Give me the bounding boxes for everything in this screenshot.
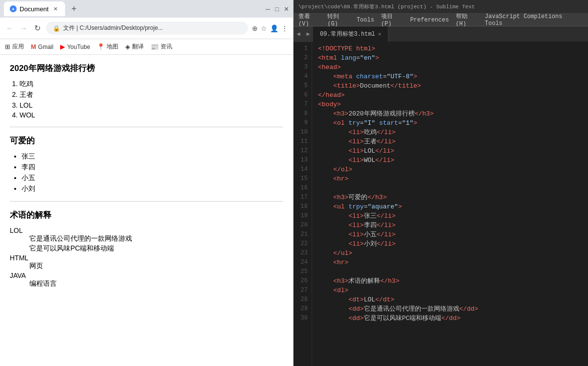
code-area[interactable]: <!DOCTYPE html> <html lang="en"> <head> … bbox=[312, 42, 588, 366]
menu-project[interactable]: 项目(P) bbox=[381, 12, 403, 27]
code-line bbox=[318, 183, 588, 193]
tab-favicon: ● bbox=[10, 5, 17, 12]
bookmark-apps[interactable]: ⊞ 应用 bbox=[5, 43, 24, 51]
editor-tab-label: 09.常用标签3.html bbox=[320, 30, 375, 38]
list-item: 王者 bbox=[20, 91, 283, 99]
code-line: <li>张三</li> bbox=[318, 211, 588, 221]
bookmark-apps-label: 应用 bbox=[12, 43, 24, 51]
menu-dots-icon[interactable]: ⋮ bbox=[281, 24, 288, 32]
address-input[interactable]: 🔒 文件 | C:/Users/admin/Desktop/proje... bbox=[46, 22, 248, 35]
bookmark-maps-label: 地图 bbox=[107, 43, 118, 51]
address-text: 文件 | C:/Users/admin/Desktop/proje... bbox=[63, 24, 241, 32]
code-line bbox=[318, 267, 588, 276]
maps-icon: 📍 bbox=[97, 43, 105, 50]
active-tab[interactable]: ● Document ✕ bbox=[4, 1, 65, 16]
news-icon: 📰 bbox=[151, 43, 158, 50]
profile-icon[interactable]: 👤 bbox=[270, 24, 278, 32]
ordered-list: 吃鸡 王者 LOL WOL bbox=[20, 80, 283, 119]
dl-term-html: HTML bbox=[10, 254, 283, 262]
menu-js-completions[interactable]: JavaScript Completions Tools bbox=[485, 13, 583, 27]
bookmark-maps[interactable]: 📍 地图 bbox=[97, 43, 118, 51]
editor-titlebar: \project\code\09.常用标签3.html (project) - … bbox=[294, 0, 588, 14]
bookmark-translate[interactable]: ◈ 翻译 bbox=[125, 43, 144, 51]
code-line: <dl> bbox=[318, 286, 588, 295]
code-line: <li>小刘</li> bbox=[318, 239, 588, 249]
editor-tab-close[interactable]: ✕ bbox=[378, 31, 382, 37]
menu-preferences[interactable]: Preferences bbox=[410, 17, 449, 23]
editor-prev-tab[interactable]: ◀ bbox=[294, 26, 303, 42]
editor-active-tab[interactable]: 09.常用标签3.html ✕ bbox=[313, 26, 388, 42]
code-line: <h3>2020年网络游戏排行榜</h3> bbox=[318, 109, 588, 118]
dl-desc-java: 编程语言 bbox=[29, 279, 283, 288]
maximize-button[interactable]: □ bbox=[275, 5, 279, 13]
gmail-icon: M bbox=[31, 43, 36, 50]
bookmark-youtube-label: YouTube bbox=[67, 44, 90, 50]
code-line: <ol try="I" start="1"> bbox=[318, 118, 588, 128]
editor-menu: 查看(V) 转到(G) Tools 项目(P) Preferences 帮助(H… bbox=[294, 14, 588, 26]
reload-button[interactable]: ↻ bbox=[32, 23, 42, 33]
code-line: <li>WOL</li> bbox=[318, 156, 588, 165]
code-line: <body> bbox=[318, 100, 588, 109]
code-line: <h3>可爱的</h3> bbox=[318, 193, 588, 202]
editor-panel: \project\code\09.常用标签3.html (project) - … bbox=[294, 0, 588, 366]
apps-icon: ⊞ bbox=[5, 43, 10, 50]
code-line: </ul> bbox=[318, 249, 588, 258]
code-line: <head> bbox=[318, 63, 588, 72]
list-item: 张三 bbox=[22, 152, 283, 161]
code-line: <!DOCTYPE html> bbox=[318, 44, 588, 53]
code-line: <meta charset="UTF-8"> bbox=[318, 72, 588, 81]
close-button[interactable]: ✕ bbox=[284, 5, 289, 13]
horizontal-rule-1 bbox=[10, 127, 283, 127]
dl-desc-html: 网页 bbox=[29, 262, 283, 271]
address-icons: ⊕ ☆ 👤 ⋮ bbox=[252, 24, 288, 32]
code-line: <li>吃鸡</li> bbox=[318, 128, 588, 137]
section-title-2: 可爱的 bbox=[10, 135, 283, 146]
dl-desc-lol-1: 它是通讯公司代理的一款网络游戏 bbox=[29, 234, 283, 243]
line-numbers: 12345 678910 1112131415 1617181920 21222… bbox=[294, 42, 312, 366]
bookmark-news-label: 资讯 bbox=[160, 43, 172, 51]
code-line: <li>LOL</li> bbox=[318, 146, 588, 156]
new-tab-button[interactable]: + bbox=[67, 2, 81, 16]
code-line: <dd>它是通讯公司代理的一款网络游戏</dd> bbox=[318, 304, 588, 314]
dl-desc-lol-2: 它是可以风味PC端和移动端 bbox=[29, 244, 283, 253]
back-button[interactable]: ← bbox=[5, 24, 15, 33]
code-line: <hr> bbox=[318, 258, 588, 267]
code-line: <li>王者</li> bbox=[318, 137, 588, 146]
section-title-3: 术语的解释 bbox=[10, 209, 283, 221]
list-item: 李四 bbox=[22, 163, 283, 172]
translate-icon[interactable]: ⊕ bbox=[252, 24, 258, 32]
tab-close-btn[interactable]: ✕ bbox=[51, 5, 59, 13]
address-bar: ← → ↻ 🔒 文件 | C:/Users/admin/Desktop/proj… bbox=[0, 18, 293, 39]
list-item: 吃鸡 bbox=[20, 80, 283, 89]
browser-content: 2020年网络游戏排行榜 吃鸡 王者 LOL WOL 可爱的 张三 李四 小五 … bbox=[0, 55, 293, 366]
minimize-button[interactable]: ─ bbox=[266, 5, 270, 13]
editor-body: 12345 678910 1112131415 1617181920 21222… bbox=[294, 42, 588, 366]
menu-tools[interactable]: Tools bbox=[357, 17, 374, 23]
editor-next-tab[interactable]: ▶ bbox=[303, 26, 313, 42]
translate-bm-icon: ◈ bbox=[125, 43, 130, 50]
editor-tab-bar: ◀ ▶ 09.常用标签3.html ✕ bbox=[294, 26, 588, 42]
code-line: <dd>它是可以风味PC端和移动端</dd> bbox=[318, 314, 588, 323]
code-line: </ol> bbox=[318, 165, 588, 174]
horizontal-rule-2 bbox=[10, 201, 283, 202]
list-item: 小五 bbox=[22, 174, 283, 183]
section-title-1: 2020年网络游戏排行榜 bbox=[10, 63, 283, 74]
menu-goto[interactable]: 转到(G) bbox=[327, 12, 349, 27]
bookmark-news[interactable]: 📰 资讯 bbox=[151, 43, 172, 51]
bookmark-star-icon[interactable]: ☆ bbox=[261, 24, 267, 32]
youtube-icon: ▶ bbox=[60, 43, 65, 50]
definition-list: LOL 它是通讯公司代理的一款网络游戏 它是可以风味PC端和移动端 HTML 网… bbox=[10, 227, 283, 288]
lock-icon: 🔒 bbox=[53, 25, 60, 32]
window-controls: ─ □ ✕ bbox=[266, 5, 289, 13]
bookmark-translate-label: 翻译 bbox=[132, 43, 144, 51]
menu-help[interactable]: 帮助(H) bbox=[456, 12, 478, 27]
tab-bar: ● Document ✕ + ─ □ ✕ bbox=[0, 0, 293, 18]
forward-button[interactable]: → bbox=[19, 24, 28, 33]
menu-view[interactable]: 查看(V) bbox=[298, 12, 320, 27]
browser-panel: ● Document ✕ + ─ □ ✕ ← → ↻ 🔒 文件 | C:/Use… bbox=[0, 0, 294, 366]
bookmark-gmail[interactable]: M Gmail bbox=[31, 43, 53, 50]
bookmark-youtube[interactable]: ▶ YouTube bbox=[60, 43, 90, 50]
list-item: WOL bbox=[20, 111, 283, 119]
code-line: </head> bbox=[318, 91, 588, 100]
unordered-list: 张三 李四 小五 小刘 bbox=[22, 152, 283, 193]
